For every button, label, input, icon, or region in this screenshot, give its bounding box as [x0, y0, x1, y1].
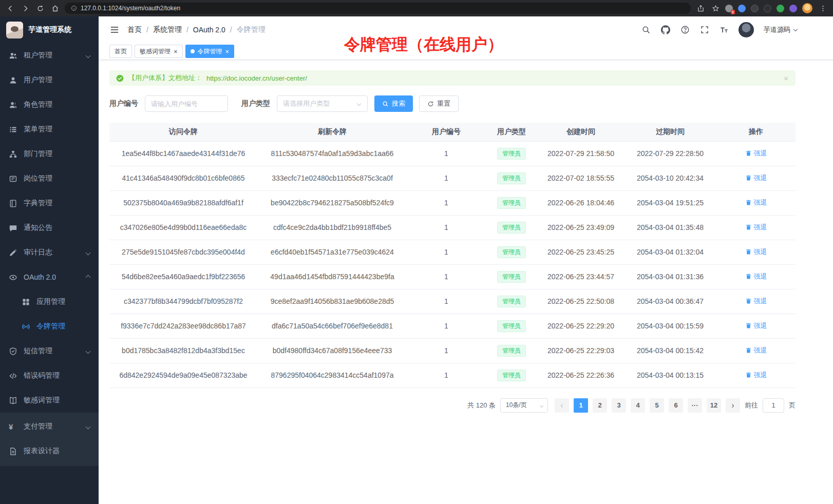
sidebar-item-role[interactable]: 角色管理: [0, 92, 99, 117]
sidebar-item-tenant[interactable]: 租户管理: [0, 43, 99, 68]
cell-user-type: 管理员: [485, 314, 538, 338]
sidebar-item-sms[interactable]: 短信管理: [0, 339, 99, 363]
table-row[interactable]: 1ea5e44f8bc1467aaede43144f31de76 811c530…: [109, 141, 796, 166]
sidebar-item-dict[interactable]: 字典管理: [0, 191, 99, 216]
fullscreen-icon[interactable]: [699, 25, 709, 35]
force-logout-button[interactable]: 强退: [745, 346, 767, 355]
sidebar-item-oauth[interactable]: OAuth 2.0: [0, 265, 99, 289]
extension-icon-dark-2[interactable]: [764, 5, 771, 12]
logo-avatar: [6, 22, 23, 38]
force-logout-button[interactable]: 强退: [745, 223, 767, 232]
page-button[interactable]: 12: [707, 398, 721, 413]
url-bar[interactable]: 127.0.0.1:1024/system/oauth2/token: [65, 3, 691, 14]
page-size-select[interactable]: 10条/页: [500, 398, 548, 413]
close-icon[interactable]: ×: [225, 48, 230, 55]
search-button[interactable]: 搜索: [374, 95, 413, 112]
sidebar-item-report-designer[interactable]: 报表设计器: [0, 439, 99, 463]
table-row[interactable]: 54d6be82ee5a460a9aedc1f9bf223656 49d1aa4…: [109, 264, 796, 289]
goto-page-input[interactable]: [763, 398, 784, 413]
breadcrumb-system[interactable]: 系统管理: [153, 25, 182, 34]
tab-token[interactable]: 令牌管理×: [185, 45, 235, 58]
page-button[interactable]: 5: [650, 398, 664, 413]
sidebar-item-sensitive-word[interactable]: 敏感词管理: [0, 388, 99, 413]
github-icon[interactable]: [660, 25, 670, 35]
pagination: 共 120 条 10条/页 ‹ 123456···12 › 前往 页: [109, 398, 796, 413]
page-button[interactable]: ···: [688, 398, 702, 413]
sidebar-item-oauth-app[interactable]: 应用管理: [0, 289, 99, 314]
table-row[interactable]: c347026e805e4d99b0d116eae66eda8c cdfc4ce…: [109, 215, 796, 240]
sidebar-filler: [0, 466, 99, 504]
user-avatar[interactable]: [739, 22, 754, 37]
table-row[interactable]: b0d1785bc3a8482f812db4a3f3bd15ec b0df498…: [109, 338, 796, 363]
doc-link[interactable]: https://doc.iocoder.cn/user-center/: [206, 74, 307, 82]
next-page-button[interactable]: ›: [726, 398, 740, 413]
force-logout-button[interactable]: 强退: [745, 198, 767, 207]
sidebar-item-post[interactable]: 岗位管理: [0, 166, 99, 191]
force-logout-button[interactable]: 强退: [745, 173, 767, 183]
force-logout-button[interactable]: 强退: [745, 149, 767, 158]
table-row[interactable]: 502375b8040a469a9b82188afdf6af1f be90422…: [109, 190, 796, 215]
extension-icon-badged[interactable]: 6: [725, 5, 733, 12]
cell-expire-time: 2054-03-10 20:42:34: [624, 166, 716, 190]
chevron-down-icon: [86, 424, 91, 429]
force-logout-button[interactable]: 强退: [745, 247, 767, 257]
extension-icon-dark-1[interactable]: [751, 5, 759, 12]
sidebar-toggle-icon[interactable]: [109, 25, 120, 35]
user-menu[interactable]: 芋道源码: [764, 25, 797, 34]
close-icon[interactable]: ×: [174, 48, 178, 55]
help-icon[interactable]: [680, 25, 690, 35]
sidebar-item-menu[interactable]: 菜单管理: [0, 117, 99, 142]
back-button[interactable]: [5, 3, 15, 13]
share-icon[interactable]: [695, 3, 706, 13]
table-row[interactable]: 6d842e2924594de9a09e45e087323abe 8796295…: [109, 363, 796, 387]
page-button[interactable]: 3: [612, 398, 626, 413]
sidebar-item-dept[interactable]: 部门管理: [0, 142, 99, 166]
table-row[interactable]: f9336e7c7dd242a283ee98dc86b17a87 dfa6c71…: [109, 314, 796, 338]
prev-page-button[interactable]: ‹: [555, 398, 569, 413]
breadcrumb-oauth[interactable]: OAuth 2.0: [193, 26, 225, 34]
force-logout-button[interactable]: 强退: [745, 297, 767, 306]
cell-actions: 强退: [716, 363, 796, 387]
force-logout-button[interactable]: 强退: [745, 272, 767, 281]
table-row[interactable]: 275e5de9151045fe87cbdc395e004f4d e6cfd40…: [109, 240, 796, 264]
page-button[interactable]: 4: [631, 398, 645, 413]
cell-refresh-token: e6cfd40eb1f54571a31e775e039c4624: [257, 240, 407, 264]
font-size-icon[interactable]: [719, 25, 729, 35]
extension-icon-puzzle[interactable]: [789, 5, 797, 12]
bookmark-star-icon[interactable]: [710, 3, 721, 13]
app-title: 芋道管理系统: [28, 25, 71, 34]
extension-icon-blue[interactable]: [738, 5, 746, 12]
sidebar-item-oauth-token[interactable]: 令牌管理: [0, 314, 99, 339]
page-button[interactable]: 1: [574, 398, 588, 413]
app-logo[interactable]: 芋道管理系统: [0, 16, 99, 43]
table-header-row: 访问令牌 刷新令牌 用户编号 用户类型 创建时间 过期时间 操作: [109, 123, 796, 141]
sidebar-item-pay[interactable]: ¥ 支付管理: [0, 414, 99, 439]
table-row[interactable]: 41c41346a548490f9dc8b01c6bfe0865 333ecfc…: [109, 166, 796, 190]
sidebar-item-error-code[interactable]: 错误码管理: [0, 363, 99, 388]
search-icon[interactable]: [641, 25, 651, 35]
force-logout-button[interactable]: 强退: [745, 321, 767, 331]
refresh-button[interactable]: [35, 3, 45, 13]
forward-button[interactable]: [20, 3, 30, 13]
alert-close-icon[interactable]: ×: [784, 74, 788, 83]
page-button[interactable]: 2: [593, 398, 607, 413]
site-info-icon[interactable]: [71, 5, 77, 11]
sidebar-item-audit-log[interactable]: 审计日志: [0, 240, 99, 265]
sidebar-item-notice[interactable]: 通知公告: [0, 216, 99, 240]
page-button[interactable]: 6: [669, 398, 683, 413]
cell-actions: 强退: [716, 264, 796, 289]
breadcrumb-home[interactable]: 首页: [127, 25, 142, 34]
reset-button[interactable]: 重置: [419, 95, 459, 112]
table-row[interactable]: c342377bf8b344799dcbf7bf095287f2 9ce8ef2…: [109, 289, 796, 314]
sidebar-item-user[interactable]: 用户管理: [0, 68, 99, 92]
tab-home[interactable]: 首页: [109, 45, 132, 58]
force-logout-button[interactable]: 强退: [745, 371, 767, 380]
tab-sensitive-word[interactable]: 敏感词管理×: [135, 45, 183, 58]
user-type-select[interactable]: 请选择用户类型: [277, 95, 368, 112]
browser-profile-avatar[interactable]: [802, 3, 812, 13]
home-button[interactable]: [50, 3, 60, 13]
user-id-input[interactable]: [145, 95, 228, 112]
browser-menu-icon[interactable]: [818, 3, 828, 13]
extension-icon-green[interactable]: [777, 5, 784, 12]
cell-access-token: 275e5de9151045fe87cbdc395e004f4d: [109, 240, 257, 264]
